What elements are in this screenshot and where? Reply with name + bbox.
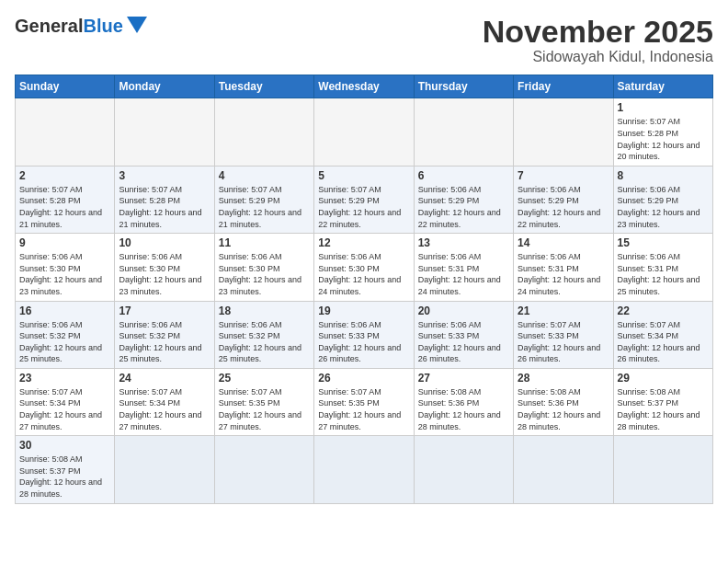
day-info: Sunrise: 5:07 AM Sunset: 5:34 PM Dayligh…	[618, 319, 709, 365]
day-number: 20	[418, 304, 509, 317]
day-cell-23: 23 Sunrise: 5:07 AM Sunset: 5:34 PM Dayl…	[16, 368, 115, 435]
day-info: Sunrise: 5:06 AM Sunset: 5:31 PM Dayligh…	[618, 251, 709, 297]
day-info: Sunrise: 5:07 AM Sunset: 5:28 PM Dayligh…	[618, 116, 709, 162]
weekday-header-row: Sunday Monday Tuesday Wednesday Thursday…	[16, 75, 713, 98]
day-cell-10: 10 Sunrise: 5:06 AM Sunset: 5:30 PM Dayl…	[115, 234, 214, 301]
day-cell-11: 11 Sunrise: 5:06 AM Sunset: 5:30 PM Dayl…	[214, 234, 313, 301]
day-number: 4	[219, 169, 310, 182]
day-cell-24: 24 Sunrise: 5:07 AM Sunset: 5:34 PM Dayl…	[115, 368, 214, 435]
header-saturday: Saturday	[613, 75, 712, 98]
day-cell-8: 8 Sunrise: 5:06 AM Sunset: 5:29 PM Dayli…	[613, 166, 712, 233]
day-cell-15: 15 Sunrise: 5:06 AM Sunset: 5:31 PM Dayl…	[613, 234, 712, 301]
header-thursday: Thursday	[414, 75, 513, 98]
day-number: 7	[518, 169, 609, 182]
day-number: 29	[618, 372, 709, 385]
day-info: Sunrise: 5:06 AM Sunset: 5:30 PM Dayligh…	[19, 251, 110, 297]
day-info: Sunrise: 5:07 AM Sunset: 5:34 PM Dayligh…	[19, 386, 110, 432]
empty-cell	[514, 98, 613, 166]
day-info: Sunrise: 5:08 AM Sunset: 5:37 PM Dayligh…	[19, 454, 110, 500]
calendar-title: November 2025	[483, 15, 713, 49]
day-number: 15	[618, 236, 709, 249]
day-cell-19: 19 Sunrise: 5:06 AM Sunset: 5:33 PM Dayl…	[314, 301, 414, 368]
day-cell-12: 12 Sunrise: 5:06 AM Sunset: 5:30 PM Dayl…	[314, 234, 414, 301]
day-info: Sunrise: 5:07 AM Sunset: 5:28 PM Dayligh…	[19, 184, 110, 230]
empty-cell	[214, 98, 313, 166]
day-cell-13: 13 Sunrise: 5:06 AM Sunset: 5:31 PM Dayl…	[414, 234, 513, 301]
day-cell-20: 20 Sunrise: 5:06 AM Sunset: 5:33 PM Dayl…	[414, 301, 513, 368]
calendar-subtitle: Sidowayah Kidul, Indonesia	[483, 49, 713, 65]
empty-cell	[115, 98, 214, 166]
day-info: Sunrise: 5:06 AM Sunset: 5:29 PM Dayligh…	[618, 184, 709, 230]
day-number: 27	[418, 372, 509, 385]
empty-cell	[115, 436, 214, 503]
day-number: 8	[618, 169, 709, 182]
calendar-table: Sunday Monday Tuesday Wednesday Thursday…	[15, 75, 713, 503]
day-info: Sunrise: 5:06 AM Sunset: 5:30 PM Dayligh…	[219, 251, 310, 297]
empty-cell	[414, 98, 513, 166]
day-number: 21	[518, 304, 609, 317]
header-friday: Friday	[514, 75, 613, 98]
calendar-row-4: 16 Sunrise: 5:06 AM Sunset: 5:32 PM Dayl…	[16, 301, 713, 368]
day-cell-2: 2 Sunrise: 5:07 AM Sunset: 5:28 PM Dayli…	[16, 166, 115, 233]
day-number: 22	[618, 304, 709, 317]
day-number: 24	[119, 372, 210, 385]
calendar-row-5: 23 Sunrise: 5:07 AM Sunset: 5:34 PM Dayl…	[16, 368, 713, 435]
day-cell-18: 18 Sunrise: 5:06 AM Sunset: 5:32 PM Dayl…	[214, 301, 313, 368]
day-number: 25	[219, 372, 310, 385]
empty-cell	[314, 436, 414, 503]
day-number: 6	[418, 169, 509, 182]
day-cell-9: 9 Sunrise: 5:06 AM Sunset: 5:30 PM Dayli…	[16, 234, 115, 301]
day-info: Sunrise: 5:06 AM Sunset: 5:32 PM Dayligh…	[219, 319, 310, 365]
day-info: Sunrise: 5:07 AM Sunset: 5:34 PM Dayligh…	[119, 386, 210, 432]
day-number: 13	[418, 236, 509, 249]
day-info: Sunrise: 5:06 AM Sunset: 5:31 PM Dayligh…	[518, 251, 609, 297]
day-number: 30	[19, 439, 110, 452]
svg-marker-0	[127, 17, 147, 33]
day-info: Sunrise: 5:06 AM Sunset: 5:32 PM Dayligh…	[119, 319, 210, 365]
day-number: 9	[19, 236, 110, 249]
day-info: Sunrise: 5:06 AM Sunset: 5:33 PM Dayligh…	[318, 319, 409, 365]
empty-cell	[613, 436, 712, 503]
day-cell-27: 27 Sunrise: 5:08 AM Sunset: 5:36 PM Dayl…	[414, 368, 513, 435]
day-info: Sunrise: 5:06 AM Sunset: 5:33 PM Dayligh…	[418, 319, 509, 365]
day-number: 5	[318, 169, 409, 182]
calendar-row-1: 1 Sunrise: 5:07 AM Sunset: 5:28 PM Dayli…	[16, 98, 713, 166]
day-info: Sunrise: 5:06 AM Sunset: 5:30 PM Dayligh…	[119, 251, 210, 297]
empty-cell	[16, 98, 115, 166]
day-cell-22: 22 Sunrise: 5:07 AM Sunset: 5:34 PM Dayl…	[613, 301, 712, 368]
day-cell-5: 5 Sunrise: 5:07 AM Sunset: 5:29 PM Dayli…	[314, 166, 414, 233]
day-info: Sunrise: 5:07 AM Sunset: 5:29 PM Dayligh…	[219, 184, 310, 230]
day-info: Sunrise: 5:06 AM Sunset: 5:32 PM Dayligh…	[19, 319, 110, 365]
day-number: 18	[219, 304, 310, 317]
day-cell-1: 1 Sunrise: 5:07 AM Sunset: 5:28 PM Dayli…	[613, 98, 712, 166]
title-block: November 2025 Sidowayah Kidul, Indonesia	[483, 15, 713, 65]
day-number: 17	[119, 304, 210, 317]
day-info: Sunrise: 5:08 AM Sunset: 5:36 PM Dayligh…	[418, 386, 509, 432]
day-number: 3	[119, 169, 210, 182]
day-number: 12	[318, 236, 409, 249]
logo-text: GeneralBlue	[15, 16, 123, 37]
day-info: Sunrise: 5:07 AM Sunset: 5:28 PM Dayligh…	[119, 184, 210, 230]
day-number: 14	[518, 236, 609, 249]
day-info: Sunrise: 5:06 AM Sunset: 5:29 PM Dayligh…	[418, 184, 509, 230]
day-info: Sunrise: 5:07 AM Sunset: 5:35 PM Dayligh…	[219, 386, 310, 432]
day-number: 19	[318, 304, 409, 317]
day-cell-14: 14 Sunrise: 5:06 AM Sunset: 5:31 PM Dayl…	[514, 234, 613, 301]
day-info: Sunrise: 5:07 AM Sunset: 5:29 PM Dayligh…	[318, 184, 409, 230]
day-info: Sunrise: 5:06 AM Sunset: 5:29 PM Dayligh…	[518, 184, 609, 230]
day-cell-28: 28 Sunrise: 5:08 AM Sunset: 5:36 PM Dayl…	[514, 368, 613, 435]
logo: GeneralBlue	[15, 15, 147, 37]
day-info: Sunrise: 5:07 AM Sunset: 5:33 PM Dayligh…	[518, 319, 609, 365]
header-tuesday: Tuesday	[214, 75, 313, 98]
header-monday: Monday	[115, 75, 214, 98]
day-number: 1	[618, 101, 709, 114]
header-wednesday: Wednesday	[314, 75, 414, 98]
day-cell-25: 25 Sunrise: 5:07 AM Sunset: 5:35 PM Dayl…	[214, 368, 313, 435]
day-number: 10	[119, 236, 210, 249]
day-info: Sunrise: 5:07 AM Sunset: 5:35 PM Dayligh…	[318, 386, 409, 432]
day-info: Sunrise: 5:06 AM Sunset: 5:30 PM Dayligh…	[318, 251, 409, 297]
day-number: 23	[19, 372, 110, 385]
logo-icon	[127, 17, 147, 37]
empty-cell	[414, 436, 513, 503]
header-sunday: Sunday	[16, 75, 115, 98]
